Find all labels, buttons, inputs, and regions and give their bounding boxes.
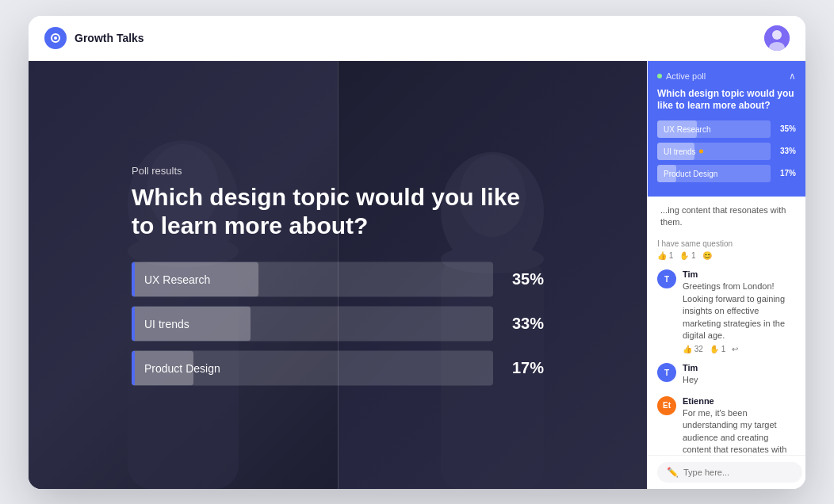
mini-poll-item: UI trends 33% xyxy=(657,143,796,160)
chat-content-tim: Tim Greetings from London! Looking forwa… xyxy=(683,269,796,353)
chat-partial-message: ...ing content that resonates with them. xyxy=(657,204,796,229)
chat-text-hey: Hey xyxy=(683,374,796,386)
poll-bar-accent xyxy=(132,306,135,341)
partial-text: ...ing content that resonates with them. xyxy=(657,204,796,229)
mini-poll-items: UX Research 35% UI trends 33% Product De… xyxy=(657,120,796,182)
active-poll-badge: Active poll xyxy=(657,71,706,81)
chat-avatar-etienne: Et xyxy=(657,396,676,415)
mini-dot-orange xyxy=(699,149,703,153)
reaction-thumbs[interactable]: 👍 1 xyxy=(657,251,673,260)
chat-content: I have same question 👍 1 ✋ 1 😊 xyxy=(657,239,796,260)
chat-input-area: ✏️ 👍 🔥 xyxy=(648,455,805,489)
active-poll-badge-text: Active poll xyxy=(666,71,706,81)
mini-poll-pct: 33% xyxy=(775,147,796,155)
poll-active-dot xyxy=(657,74,662,78)
chat-avatar-tim: T xyxy=(657,269,676,288)
poll-percentage: 35% xyxy=(506,270,544,288)
user-avatar-top[interactable] xyxy=(764,25,790,51)
reaction-hand[interactable]: ✋ 1 xyxy=(679,251,695,260)
mini-poll-item: Product Design 17% xyxy=(657,165,796,182)
poll-bar-label: UI trends xyxy=(144,317,189,330)
chat-input[interactable] xyxy=(683,468,793,477)
poll-percentage: 17% xyxy=(506,359,544,377)
svg-point-3 xyxy=(772,30,782,40)
app-container: Growth Talks xyxy=(29,16,805,489)
chat-input-wrapper[interactable]: ✏️ xyxy=(657,462,802,483)
title-bar: Growth Talks xyxy=(29,16,805,61)
chevron-up-icon[interactable]: ∧ xyxy=(789,71,796,82)
chat-reactions: 👍 1 ✋ 1 😊 xyxy=(657,251,796,260)
active-poll-card: Active poll ∧ Which design topic would y… xyxy=(648,61,805,197)
poll-bar-bg: UX Research xyxy=(132,262,493,296)
reaction-reply-tim[interactable]: ↩ xyxy=(732,345,738,353)
chat-area[interactable]: ...ing content that resonates with them.… xyxy=(648,197,805,455)
chat-message-tim-2: T Tim Hey xyxy=(657,363,796,386)
mini-poll-text: UI trends xyxy=(664,147,703,155)
mini-poll-bg: UI trends xyxy=(657,143,771,160)
reaction-smile[interactable]: 😊 xyxy=(702,251,712,260)
chat-avatar-tim2: T xyxy=(657,363,676,382)
poll-bar-accent xyxy=(132,262,135,296)
chat-message-etienne: Et Etienne For me, it's been understandi… xyxy=(657,396,796,455)
poll-bar-bg: UI trends xyxy=(132,306,493,341)
poll-bar-bg: Product Design xyxy=(132,350,493,385)
poll-bar-label: UX Research xyxy=(144,273,210,285)
poll-bar-container: UX Research xyxy=(132,262,493,296)
poll-bar-container: Product Design xyxy=(132,350,493,385)
active-poll-question: Which design topic would you like to lea… xyxy=(657,88,796,113)
mini-poll-pct: 35% xyxy=(775,124,796,133)
mini-poll-text: Product Design xyxy=(664,169,717,178)
chat-reactions-tim: 👍 32 ✋ 1 ↩ xyxy=(683,345,796,353)
mini-poll-bg: UX Research xyxy=(657,120,771,138)
chat-subtext: I have same question xyxy=(657,239,796,248)
chat-text-etienne: For me, it's been understanding my targe… xyxy=(683,407,796,455)
title-bar-left: Growth Talks xyxy=(44,27,144,49)
type-icon: ✏️ xyxy=(667,467,679,478)
mini-poll-item: UX Research 35% xyxy=(657,120,796,138)
svg-point-1 xyxy=(54,36,57,40)
poll-bar-label: Product Design xyxy=(144,361,220,374)
chat-content-tim2: Tim Hey xyxy=(683,363,796,386)
poll-percentage: 33% xyxy=(506,315,544,333)
chat-text-tim: Greetings from London! Looking forward t… xyxy=(683,281,796,342)
main-content: Poll results Which design topic would yo… xyxy=(29,61,805,489)
mini-poll-pct: 17% xyxy=(775,169,796,178)
chat-message: I have same question 👍 1 ✋ 1 😊 xyxy=(657,238,796,260)
chat-name-etienne: Etienne xyxy=(683,396,796,406)
video-area: Poll results Which design topic would yo… xyxy=(29,61,647,489)
active-poll-header: Active poll ∧ xyxy=(657,71,796,82)
app-logo xyxy=(44,27,67,49)
chat-name-tim: Tim xyxy=(683,269,796,279)
mini-poll-bg: Product Design xyxy=(657,165,771,182)
poll-bar-accent xyxy=(132,350,135,385)
mini-poll-text: UX Research xyxy=(664,124,710,133)
chat-message-tim-1: T Tim Greetings from London! Looking for… xyxy=(657,269,796,353)
video-divider xyxy=(338,61,339,489)
chat-content-etienne: Etienne For me, it's been understanding … xyxy=(683,396,796,455)
reaction-hand-tim[interactable]: ✋ 1 xyxy=(710,345,725,353)
reaction-thumbs-tim[interactable]: 👍 32 xyxy=(683,345,703,353)
poll-bar-container: UI trends xyxy=(132,306,493,341)
chat-name-tim2: Tim xyxy=(683,363,796,372)
app-title: Growth Talks xyxy=(75,32,144,44)
sidebar: Active poll ∧ Which design topic would y… xyxy=(647,61,805,489)
